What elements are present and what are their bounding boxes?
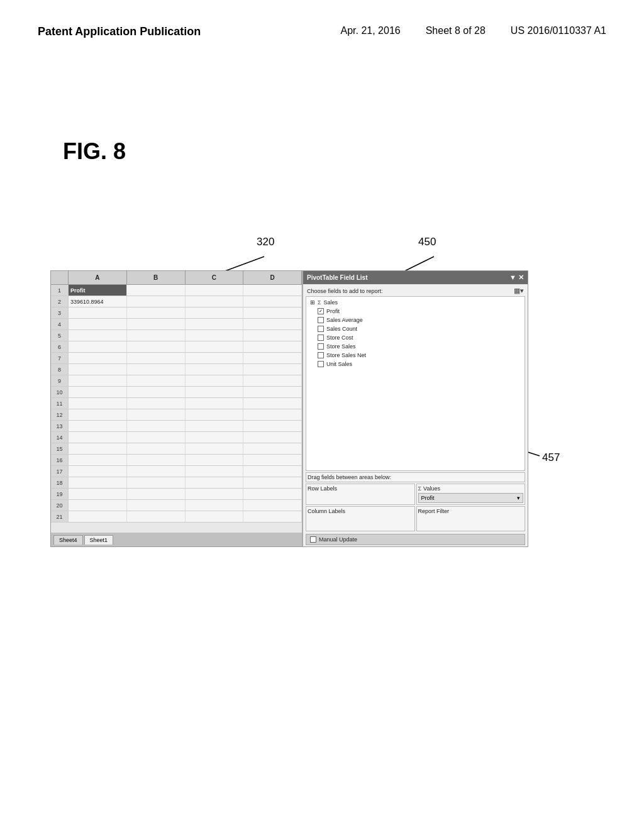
pivot-panel: PivotTable Field List ▼ ✕ Choose fields … (303, 271, 528, 546)
row-num: 8 (51, 364, 69, 375)
tab-sheet4[interactable]: Sheet4 (53, 535, 83, 545)
pivot-fields-list[interactable]: ⊞ Σ Sales ✓ Profit Sales Average Sales C… (306, 296, 525, 471)
figure-label: FIG. 8 (63, 138, 126, 165)
profit-value-box[interactable]: Profit ▾ (418, 493, 524, 503)
field-sales-count[interactable]: Sales Count (308, 324, 523, 333)
annotation-320: 320 (257, 236, 274, 248)
checkbox-store-sales-net[interactable] (318, 352, 324, 358)
checkbox-unit-sales[interactable] (318, 361, 324, 367)
table-row: 18 (51, 477, 302, 489)
field-name-store-sales: Store Sales (326, 343, 356, 350)
manual-update-label: Manual Update (319, 536, 357, 543)
row-num: 2 (51, 296, 69, 307)
field-sales-average[interactable]: Sales Average (308, 316, 523, 324)
col-header-b: B (127, 271, 186, 284)
pivot-title: PivotTable Field List (307, 274, 368, 281)
table-row: 21 (51, 511, 302, 523)
report-filter-section: Report Filter (416, 506, 526, 531)
table-row: 17 (51, 466, 302, 477)
profit-value-label: Profit (421, 495, 435, 501)
field-name-sales-average: Sales Average (326, 317, 363, 323)
row-labels-section: Row Labels (306, 484, 415, 505)
sheet-tabs: Sheet4 Sheet1 (51, 533, 302, 546)
page-header: Patent Application Publication Apr. 21, … (0, 0, 644, 38)
table-row: 1 Profit (51, 285, 302, 296)
table-row: 15 (51, 443, 302, 455)
table-row: 8 (51, 364, 302, 375)
field-name-unit-sales: Unit Sales (326, 361, 352, 367)
row-num: 21 (51, 511, 69, 522)
screenshot-area: A B C D 1 Profit 2 339610.8964 3 4 5 6 7… (50, 270, 528, 547)
manual-update-bar[interactable]: Manual Update (306, 534, 525, 545)
header-date: Apr. 21, 2016 (340, 25, 400, 36)
field-name-store-cost: Store Cost (326, 335, 353, 341)
column-labels-title: Column Labels (308, 508, 413, 514)
field-profit[interactable]: ✓ Profit (308, 307, 523, 316)
row-num: 6 (51, 341, 69, 352)
col-header-d: D (243, 271, 302, 284)
table-row: 9 (51, 375, 302, 387)
row-num: 11 (51, 398, 69, 409)
checkbox-profit[interactable]: ✓ (318, 308, 324, 314)
values-sigma: Σ (418, 485, 422, 492)
cell-a2[interactable]: 339610.8964 (69, 296, 127, 307)
table-row: 11 (51, 398, 302, 409)
row-num: 19 (51, 489, 69, 499)
table-row: 2 339610.8964 (51, 296, 302, 307)
spreadsheet: A B C D 1 Profit 2 339610.8964 3 4 5 6 7… (51, 271, 303, 546)
report-filter-title: Report Filter (418, 508, 524, 514)
row-num: 5 (51, 330, 69, 341)
col-header-c: C (186, 271, 244, 284)
tab-sheet1[interactable]: Sheet1 (84, 535, 114, 545)
profit-dropdown-icon[interactable]: ▾ (517, 495, 520, 501)
table-row: 13 (51, 421, 302, 432)
row-num: 1 (51, 285, 69, 296)
tree-icon: ⊞ (310, 299, 315, 306)
field-name-sales: Sales (324, 299, 338, 306)
sigma-icon: Σ (318, 299, 321, 306)
row-num: 17 (51, 466, 69, 477)
field-name-store-sales-net: Store Sales Net (326, 352, 366, 358)
row-num: 7 (51, 353, 69, 363)
field-store-sales-net[interactable]: Store Sales Net (308, 351, 523, 360)
row-num: 4 (51, 319, 69, 329)
values-label: Values (423, 485, 440, 492)
field-unit-sales[interactable]: Unit Sales (308, 360, 523, 368)
cell-d2 (243, 296, 302, 307)
pivot-subtitle-text: Choose fields to add to report: (307, 288, 383, 294)
row-labels-label: Row Labels (308, 485, 337, 492)
cell-a1[interactable]: Profit (69, 285, 127, 296)
checkbox-store-sales[interactable] (318, 343, 324, 350)
values-title: Σ Values (418, 485, 524, 492)
field-sales[interactable]: ⊞ Σ Sales (308, 298, 523, 307)
pivot-close-button[interactable]: ▼ ✕ (509, 274, 524, 282)
checkbox-sales-average[interactable] (318, 317, 324, 323)
table-row: 7 (51, 353, 302, 364)
col-header-a: A (69, 271, 127, 284)
manual-update-checkbox[interactable] (310, 536, 316, 543)
pivot-bottom-sections: Column Labels Report Filter (306, 506, 525, 531)
field-store-sales[interactable]: Store Sales (308, 342, 523, 351)
cell-d1 (243, 285, 302, 296)
row-num: 13 (51, 421, 69, 431)
cell-c2 (186, 296, 244, 307)
pivot-row-values: Row Labels Σ Values Profit ▾ (306, 484, 525, 505)
row-num: 15 (51, 443, 69, 454)
corner-cell (51, 271, 69, 284)
row-labels-title: Row Labels (308, 485, 413, 492)
cell-c1 (186, 285, 244, 296)
table-row: 19 (51, 489, 302, 500)
annotation-450: 450 (418, 236, 436, 248)
column-labels-section: Column Labels (306, 506, 415, 531)
checkbox-sales-count[interactable] (318, 326, 324, 332)
field-name-profit: Profit (326, 308, 340, 314)
patent-title: Patent Application Publication (38, 25, 201, 38)
checkbox-store-cost[interactable] (318, 335, 324, 341)
field-store-cost[interactable]: Store Cost (308, 333, 523, 342)
table-row: 4 (51, 319, 302, 330)
header-sheet: Sheet 8 of 28 (426, 25, 486, 36)
pivot-icon[interactable]: ▦▾ (514, 287, 524, 295)
cell-b2 (127, 296, 186, 307)
values-section: Σ Values Profit ▾ (416, 484, 526, 505)
table-row: 12 (51, 409, 302, 421)
